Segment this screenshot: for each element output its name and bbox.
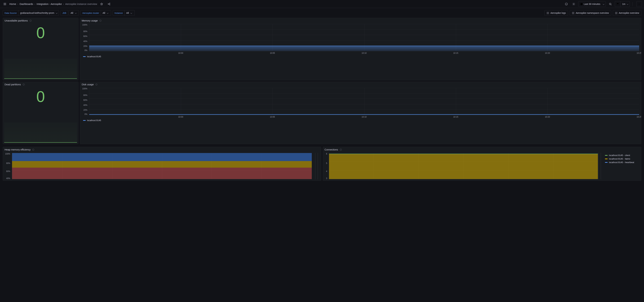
link-label: Aerospike overview xyxy=(619,12,639,14)
panel-header: Connections xyxy=(323,147,641,152)
collapse-button[interactable] xyxy=(636,1,642,7)
stat-value: 0 xyxy=(36,25,45,41)
share-icon xyxy=(108,3,110,6)
y-tick: 4 xyxy=(324,170,328,173)
time-range-picker[interactable]: Last 30 minutes xyxy=(578,1,606,7)
menu-toggle[interactable] xyxy=(2,1,8,7)
panel-title: Heap memory efficiency xyxy=(4,148,30,151)
panel-disk-usage[interactable]: Disk usage 100% 80% 60% 40% 20% 0% xyxy=(80,82,641,144)
info-icon xyxy=(565,3,568,6)
stack-band xyxy=(12,153,312,161)
top-bar: Home › Dashboards › Integration - Aerosp… xyxy=(0,0,644,8)
info-icon[interactable] xyxy=(95,83,98,86)
y-tick: 0% xyxy=(81,49,88,52)
link-aerospike-logs[interactable]: Aerospike logs xyxy=(544,10,568,16)
svg-rect-7 xyxy=(547,12,548,13)
y-tick: 60% xyxy=(81,99,88,101)
x-tick: 10:15 xyxy=(453,52,458,54)
sparkline xyxy=(4,59,77,79)
favorite-button[interactable] xyxy=(99,1,104,7)
info-icon[interactable] xyxy=(29,19,32,22)
var-job-value[interactable]: All xyxy=(69,10,79,16)
var-instance: Instance All xyxy=(113,10,135,16)
panel-body: 100% 80% 60% 40% xyxy=(3,152,321,181)
dashboard-icon xyxy=(572,12,574,14)
var-instance-value[interactable]: All xyxy=(124,10,135,16)
share-button[interactable] xyxy=(106,1,112,7)
legend-item[interactable]: localhost:9145 - client xyxy=(605,154,638,157)
panel-title: Memory usage xyxy=(82,19,98,22)
legend: localhost:9145 - client localhost:9145 -… xyxy=(603,153,640,179)
zoom-out-icon xyxy=(609,3,612,6)
panel-header: Memory usage xyxy=(80,18,641,23)
panel-body: 0 xyxy=(3,87,78,144)
legend-label[interactable]: localhost:9145 xyxy=(87,119,101,122)
y-axis: 100% 80% 60% 40% 20% 0% xyxy=(81,88,88,115)
plot-area xyxy=(89,24,639,51)
legend-swatch xyxy=(83,56,86,57)
y-tick: 20% xyxy=(81,45,88,47)
y-tick: 60% xyxy=(4,170,11,173)
refresh-button[interactable] xyxy=(615,1,620,7)
variable-bar: Data Source grafanacloud-keithschmitty-p… xyxy=(0,8,644,18)
panel-add-button[interactable] xyxy=(564,1,569,7)
panel-header: Unavailable partitions xyxy=(3,18,78,23)
link-overview[interactable]: Aerospike overview xyxy=(613,10,641,16)
panel-body: 100% 80% 60% 40% 20% 0% xyxy=(80,87,641,144)
var-cluster-value[interactable]: All xyxy=(101,10,111,16)
info-icon[interactable] xyxy=(340,148,342,151)
legend-item[interactable]: localhost:9145 - heartbeat xyxy=(605,161,638,164)
x-tick: 10:20 xyxy=(545,52,550,54)
y-tick: 5 xyxy=(324,162,328,165)
panel-dead-partitions[interactable]: Dead partitions 0 xyxy=(3,82,78,144)
settings-button[interactable] xyxy=(571,1,576,7)
panel-title: Disk usage xyxy=(82,83,94,86)
sparkline xyxy=(4,122,77,142)
y-tick: 100% xyxy=(4,153,11,155)
var-data-source-value[interactable]: grafanacloud-keithschmitty-prom xyxy=(18,10,59,16)
refresh-interval-picker[interactable]: 1m xyxy=(620,1,630,7)
info-icon[interactable] xyxy=(99,19,102,22)
x-tick: 10:25 xyxy=(636,52,641,54)
svg-rect-16 xyxy=(616,12,617,13)
info-icon[interactable] xyxy=(22,83,25,86)
link-label: Aerospike logs xyxy=(550,12,566,14)
area-series xyxy=(89,46,639,51)
refresh-interval-label: 1m xyxy=(622,3,626,5)
y-tick: 40% xyxy=(81,104,88,106)
x-tick: 10:10 xyxy=(362,52,366,54)
legend-label: localhost:9145 - heartbeat xyxy=(609,161,634,164)
legend-label: localhost:9145 - fabric xyxy=(609,158,630,160)
panel-body: 6 5 4 3 xyxy=(323,152,641,181)
panel-unavailable-partitions[interactable]: Unavailable partitions 0 xyxy=(3,18,78,80)
cutoff-ticks xyxy=(315,153,320,179)
chevron-down-icon xyxy=(602,3,604,5)
refresh-group: 1m xyxy=(615,1,630,7)
panel-body: 100% 80% 60% 40% 20% 0% xyxy=(80,23,641,80)
panel-memory-usage[interactable]: Memory usage 100% 80% 60% 40% 20% 0% xyxy=(80,18,641,80)
breadcrumb-integration[interactable]: Integration - Aerospike xyxy=(36,3,62,5)
stack-band xyxy=(12,168,312,179)
plot-area xyxy=(89,88,639,115)
y-tick: 100% xyxy=(81,87,88,90)
chevron-down-icon xyxy=(626,3,628,5)
panel-heap-efficiency[interactable]: Heap memory efficiency 100% 80% 60% 40% xyxy=(3,147,321,181)
panel-title: Unavailable partitions xyxy=(4,19,28,22)
svg-point-4 xyxy=(573,4,574,4)
area-series xyxy=(89,114,639,115)
breadcrumb-home[interactable]: Home xyxy=(10,3,16,5)
link-namespace-overview[interactable]: Aerospike namespace overview xyxy=(570,10,611,16)
y-axis: 100% 80% 60% 40% xyxy=(4,153,11,179)
legend-label[interactable]: localhost:9145 xyxy=(87,55,101,58)
stack-band xyxy=(329,154,598,179)
gear-icon xyxy=(572,3,575,6)
info-icon[interactable] xyxy=(32,148,34,151)
breadcrumb-dashboards[interactable]: Dashboards xyxy=(20,3,33,5)
var-cluster: Aerospike cluster All xyxy=(80,10,111,16)
legend-swatch xyxy=(605,155,608,156)
x-tick: 10:05 xyxy=(270,52,275,54)
legend-item[interactable]: localhost:9145 - fabric xyxy=(605,158,638,160)
panel-connections[interactable]: Connections 6 5 4 3 xyxy=(323,147,641,181)
y-tick: 80% xyxy=(81,30,88,33)
zoom-out-button[interactable] xyxy=(608,1,613,7)
